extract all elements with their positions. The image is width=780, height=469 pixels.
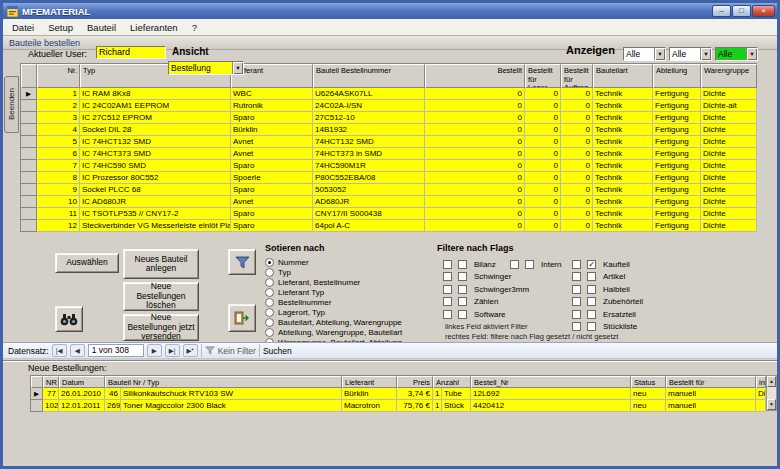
cell-abteilung[interactable]: Fertigung bbox=[653, 124, 701, 136]
cell-bauteilart[interactable]: Technik bbox=[593, 136, 653, 148]
cell-nr[interactable]: 8 bbox=[37, 172, 80, 184]
cell-bauteilart[interactable]: Technik bbox=[593, 160, 653, 172]
cell-lieferant[interactable]: Bürklin bbox=[231, 124, 313, 136]
first-record-button[interactable]: |◀ bbox=[52, 344, 67, 357]
radio-icon[interactable] bbox=[265, 308, 274, 317]
sort-option[interactable]: Bauteilart, Abteilung, Warengruppe bbox=[265, 317, 430, 327]
cell-lager[interactable]: 0 bbox=[525, 136, 561, 148]
cell-bestellt[interactable]: 0 bbox=[425, 148, 525, 160]
cell-lager[interactable]: 0 bbox=[525, 124, 561, 136]
checkbox-icon[interactable] bbox=[587, 310, 596, 319]
cell-typ[interactable]: IC 27C512 EPROM bbox=[80, 112, 231, 124]
column-header-bestellnr[interactable]: Bestell_Nr bbox=[471, 376, 631, 388]
cell-datum[interactable]: 12.01.2011 bbox=[59, 400, 105, 412]
checkbox-icon[interactable] bbox=[510, 260, 519, 269]
cell-nr[interactable]: 102 bbox=[43, 400, 59, 412]
cell-bauteilart[interactable]: Technik bbox=[593, 124, 653, 136]
parts-row[interactable]: 3IC 27C512 EPROMSparo27C512-10000Technik… bbox=[21, 112, 757, 124]
new-record-button[interactable]: ▶* bbox=[183, 344, 198, 357]
cell-bestellnummer[interactable]: U6264ASK07LL bbox=[313, 88, 425, 100]
checkbox-icon[interactable] bbox=[572, 310, 581, 319]
cell-typ[interactable]: IC Prozessor 80C552 bbox=[80, 172, 231, 184]
chevron-down-icon[interactable]: ▼ bbox=[746, 48, 757, 60]
sort-option[interactable]: Lieferant Typ bbox=[265, 287, 430, 297]
cell-bestellnummer[interactable]: P80C552EBA/08 bbox=[313, 172, 425, 184]
cell-lieferant[interactable]: Rutronik bbox=[231, 100, 313, 112]
cell-bestellt[interactable]: 0 bbox=[425, 196, 525, 208]
next-record-button[interactable]: ▶ bbox=[147, 344, 162, 357]
cell-warengruppe[interactable]: Dichte bbox=[701, 220, 757, 232]
column-header-intern[interactable]: inte bbox=[756, 376, 766, 388]
cell-auftrag[interactable]: 0 bbox=[561, 112, 593, 124]
checkbox-icon[interactable] bbox=[458, 272, 467, 281]
anzeigen-filter-2[interactable]: Alle▼ bbox=[669, 47, 712, 61]
cell-typ[interactable]: Silikonkautschuck RTV103 SW bbox=[121, 388, 342, 400]
flag-schwinger[interactable]: Schwinger bbox=[443, 271, 529, 284]
column-header-bestellt[interactable]: Bestellt bbox=[425, 64, 525, 88]
minimize-button[interactable]: – bbox=[712, 5, 731, 17]
chevron-down-icon[interactable]: ▼ bbox=[654, 48, 665, 60]
anzeigen-filter-1[interactable]: Alle▼ bbox=[623, 47, 666, 61]
row-selector[interactable] bbox=[21, 124, 37, 136]
cell-lager[interactable]: 0 bbox=[525, 148, 561, 160]
cell-bestellt[interactable]: 0 bbox=[425, 208, 525, 220]
radio-icon[interactable] bbox=[265, 318, 274, 327]
row-selector[interactable] bbox=[21, 160, 37, 172]
cell-anzahl[interactable]: 1 bbox=[433, 400, 442, 412]
cell-lager[interactable]: 0 bbox=[525, 112, 561, 124]
checkbox-icon[interactable] bbox=[587, 285, 596, 294]
cell-auftrag[interactable]: 0 bbox=[561, 220, 593, 232]
checkbox-icon[interactable] bbox=[572, 272, 581, 281]
cell-nr[interactable]: 9 bbox=[37, 184, 80, 196]
cell-typ[interactable]: Steckverbinder VG Messerleiste einlöt Pl… bbox=[80, 220, 231, 232]
radio-icon[interactable] bbox=[265, 298, 274, 307]
cell-bestellt[interactable]: 0 bbox=[425, 112, 525, 124]
column-header-status[interactable]: Status bbox=[631, 376, 666, 388]
filter-state-button[interactable]: Kein Filter bbox=[205, 346, 256, 356]
cell-preis[interactable]: 3,74 € bbox=[397, 388, 433, 400]
beenden-tab[interactable]: Beenden bbox=[4, 76, 19, 133]
cell-lieferant[interactable]: Sparo bbox=[231, 112, 313, 124]
parts-row[interactable]: 5IC 74HCT132 SMDAvnet74HCT132 SMD000Tech… bbox=[21, 136, 757, 148]
cell-bestellnummer[interactable]: 27C512-10 bbox=[313, 112, 425, 124]
new-part-button[interactable]: Neues Bauteil anlegen bbox=[123, 249, 199, 279]
cell-bauteilart[interactable]: Technik bbox=[593, 112, 653, 124]
cell-bestellnummer[interactable]: CNY17/II S000438 bbox=[313, 208, 425, 220]
cell-bestell_nr[interactable]: 12L692 bbox=[471, 388, 631, 400]
cell-warengruppe[interactable]: Dichte bbox=[701, 112, 757, 124]
cell-status[interactable]: neu bbox=[631, 388, 666, 400]
cell-lieferant[interactable]: Avnet bbox=[231, 136, 313, 148]
cell-bestellt[interactable]: 0 bbox=[425, 136, 525, 148]
checkbox-icon[interactable] bbox=[587, 272, 596, 281]
flag-intern[interactable]: Intern bbox=[510, 258, 561, 271]
checkbox-icon[interactable] bbox=[572, 260, 581, 269]
auswaehlen-button[interactable]: Auswählen bbox=[55, 253, 119, 273]
menu-item-?[interactable]: ? bbox=[185, 21, 204, 34]
anzeigen-filter-3[interactable]: Alle▼ bbox=[715, 47, 758, 61]
cell-lieferant[interactable]: WBC bbox=[231, 88, 313, 100]
checkbox-icon[interactable] bbox=[458, 310, 467, 319]
cell-bestellnummer[interactable]: 5053052 bbox=[313, 184, 425, 196]
column-header-warengruppe[interactable]: Warengruppe bbox=[701, 64, 757, 88]
flag-zhlen[interactable]: Zählen bbox=[443, 296, 529, 309]
cell-preis[interactable]: 75,76 € bbox=[397, 400, 433, 412]
cell-warengruppe[interactable]: Dichte bbox=[701, 136, 757, 148]
cell-lager[interactable]: 0 bbox=[525, 208, 561, 220]
record-position-box[interactable]: 1 von 308 bbox=[88, 344, 144, 357]
cell-typ[interactable]: IC 74HCT132 SMD bbox=[80, 136, 231, 148]
cell-bestell_nr[interactable]: 4420412 bbox=[471, 400, 631, 412]
checkbox-icon[interactable] bbox=[458, 285, 467, 294]
cell-bestellt[interactable]: 0 bbox=[425, 160, 525, 172]
cell-abteilung[interactable]: Fertigung bbox=[653, 196, 701, 208]
cell-lieferant[interactable]: Sparo bbox=[231, 220, 313, 232]
parts-row[interactable]: ▶1IC RAM 8Kx8WBCU6264ASK07LL000TechnikFe… bbox=[21, 88, 757, 100]
previous-record-button[interactable]: ◀ bbox=[70, 344, 85, 357]
checkbox-icon[interactable] bbox=[458, 260, 467, 269]
row-selector[interactable]: ▶ bbox=[31, 388, 43, 400]
cell-bestellnummer[interactable]: 74HCT132 SMD bbox=[313, 136, 425, 148]
cell-abteilung[interactable]: Fertigung bbox=[653, 220, 701, 232]
cell-abteilung[interactable]: Fertigung bbox=[653, 172, 701, 184]
cell-warengruppe[interactable]: Dichte bbox=[701, 208, 757, 220]
flag-schwinger3mm[interactable]: Schwinger3mm bbox=[443, 283, 529, 296]
cell-auftrag[interactable]: 0 bbox=[561, 100, 593, 112]
